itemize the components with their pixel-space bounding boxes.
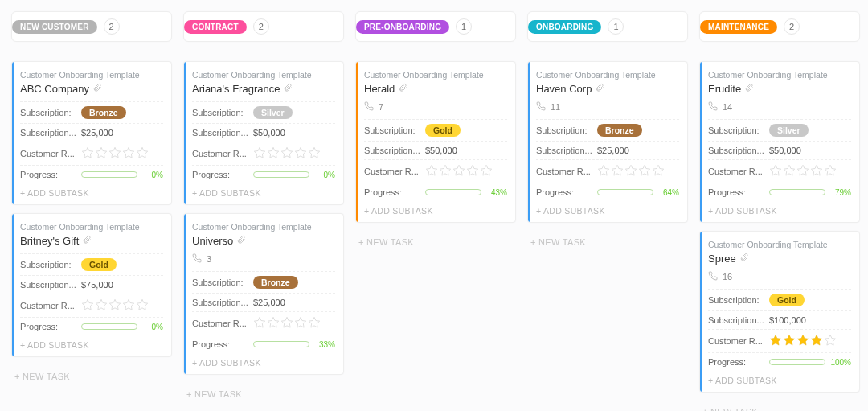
new-task-button[interactable]: + NEW TASK: [183, 383, 344, 405]
column-header[interactable]: PRE-ONBOARDING 1: [355, 11, 516, 42]
attachment-icon: [595, 83, 604, 95]
column-header[interactable]: NEW CUSTOMER 2: [11, 11, 172, 42]
star-icon: [769, 334, 782, 348]
row-progress: Progress: 64%: [536, 183, 679, 201]
star-icon: [81, 146, 94, 161]
row-subscription-amount: Subscription... $50,000: [708, 141, 851, 159]
column-label-pill[interactable]: CONTRACT: [184, 20, 247, 34]
task-card[interactable]: Customer Onboarding Template Universo 3 …: [183, 213, 344, 375]
star-icon: [824, 334, 837, 348]
star-icon: [638, 164, 651, 179]
task-card[interactable]: Customer Onboarding Template Haven Corp …: [527, 61, 688, 223]
add-subtask-button[interactable]: + ADD SUBTASK: [192, 353, 335, 369]
subscription-amount: $25,000: [81, 128, 113, 138]
new-task-button[interactable]: + NEW TASK: [11, 365, 172, 388]
star-icon: [308, 316, 321, 331]
rating-stars[interactable]: [81, 298, 149, 313]
label-customer-rating: Customer R...: [20, 149, 76, 158]
star-icon: [280, 146, 293, 161]
progress-bar[interactable]: [769, 189, 825, 195]
attachment-icon: [283, 83, 293, 95]
card-title[interactable]: Spree: [708, 253, 851, 265]
subscription-amount: $100,000: [769, 315, 806, 325]
task-card[interactable]: Customer Onboarding Template Britney's G…: [11, 213, 172, 357]
column-label-pill[interactable]: PRE-ONBOARDING: [356, 20, 449, 34]
progress-bar[interactable]: [253, 171, 309, 178]
template-label: Customer Onboarding Template: [192, 70, 335, 80]
add-subtask-button[interactable]: + ADD SUBTASK: [20, 335, 163, 351]
subscription-amount: $50,000: [425, 146, 457, 155]
card-title[interactable]: Britney's Gift: [20, 235, 163, 247]
subscription-amount: $25,000: [253, 298, 285, 307]
card-title[interactable]: Erudite: [708, 83, 851, 95]
add-subtask-button[interactable]: + ADD SUBTASK: [20, 183, 163, 199]
card-title[interactable]: Universo: [192, 235, 335, 247]
label-progress: Progress:: [708, 357, 764, 367]
star-icon: [796, 334, 809, 348]
tier-badge: Bronze: [597, 124, 642, 137]
label-progress: Progress:: [364, 187, 420, 197]
column-header[interactable]: CONTRACT 2: [183, 11, 344, 42]
phone-icon: [364, 101, 374, 113]
column-header[interactable]: MAINTENANCE 2: [699, 11, 860, 42]
rating-stars[interactable]: [425, 164, 493, 179]
progress-bar[interactable]: [425, 189, 481, 195]
progress-bar[interactable]: [769, 359, 825, 365]
add-subtask-button[interactable]: + ADD SUBTASK: [708, 371, 851, 387]
progress-bar[interactable]: [253, 341, 309, 347]
progress-bar[interactable]: [81, 171, 137, 178]
star-icon: [267, 316, 280, 331]
progress-bar[interactable]: [81, 323, 137, 330]
column-label-pill[interactable]: MAINTENANCE: [700, 20, 777, 34]
phone-subline: 14: [708, 101, 851, 113]
template-label: Customer Onboarding Template: [20, 70, 163, 80]
row-rating: Customer R...: [536, 159, 679, 183]
rating-stars[interactable]: [769, 164, 837, 179]
phone-count: 16: [723, 272, 732, 282]
card-title[interactable]: Herald: [364, 83, 507, 95]
row-rating: Customer R...: [20, 294, 163, 317]
task-card[interactable]: Customer Onboarding Template ABC Company…: [11, 61, 172, 205]
rating-stars[interactable]: [253, 146, 321, 161]
new-task-button[interactable]: + NEW TASK: [527, 231, 688, 253]
task-card[interactable]: Customer Onboarding Template Ariana's Fr…: [183, 61, 344, 205]
column-count: 2: [784, 18, 800, 35]
column-label-pill[interactable]: ONBOARDING: [528, 20, 601, 34]
column-header[interactable]: ONBOARDING 1: [527, 11, 688, 42]
row-rating: Customer R...: [708, 159, 851, 183]
card-title[interactable]: Haven Corp: [536, 83, 679, 95]
new-task-button[interactable]: + NEW TASK: [355, 231, 516, 253]
task-card[interactable]: Customer Onboarding Template Erudite 14 …: [699, 61, 860, 223]
label-subscription-amount: Subscription...: [20, 128, 76, 138]
label-progress: Progress:: [536, 187, 592, 197]
label-subscription: Subscription:: [20, 108, 76, 117]
add-subtask-button[interactable]: + ADD SUBTASK: [364, 201, 507, 217]
row-subscription-tier: Subscription: Bronze: [192, 271, 335, 293]
row-subscription-tier: Subscription: Silver: [708, 119, 851, 141]
label-subscription-amount: Subscription...: [192, 128, 248, 138]
label-subscription: Subscription:: [20, 260, 76, 269]
progress-percent: 0%: [314, 171, 335, 179]
column-label-pill[interactable]: NEW CUSTOMER: [12, 20, 97, 34]
row-subscription-tier: Subscription: Gold: [708, 289, 851, 310]
label-progress: Progress:: [192, 339, 248, 349]
row-rating: Customer R...: [192, 311, 335, 335]
new-task-button[interactable]: + NEW TASK: [699, 401, 860, 411]
task-card[interactable]: Customer Onboarding Template Spree 16 Su…: [699, 231, 860, 393]
add-subtask-button[interactable]: + ADD SUBTASK: [708, 201, 851, 217]
progress-bar[interactable]: [597, 189, 653, 195]
card-title[interactable]: ABC Company: [20, 83, 163, 95]
card-title-text: Britney's Gift: [20, 235, 79, 247]
rating-stars[interactable]: [597, 164, 665, 179]
subscription-amount: $25,000: [597, 146, 629, 155]
add-subtask-button[interactable]: + ADD SUBTASK: [536, 201, 679, 217]
rating-stars[interactable]: [81, 146, 149, 161]
rating-stars[interactable]: [769, 334, 837, 348]
card-title[interactable]: Ariana's Fragrance: [192, 83, 335, 95]
star-icon: [294, 316, 307, 331]
task-card[interactable]: Customer Onboarding Template Herald 7 Su…: [355, 61, 516, 223]
rating-stars[interactable]: [253, 316, 321, 331]
add-subtask-button[interactable]: + ADD SUBTASK: [192, 183, 335, 199]
column-maintenance: MAINTENANCE 2 Customer Onboarding Templa…: [699, 11, 860, 411]
phone-count: 7: [379, 102, 383, 112]
